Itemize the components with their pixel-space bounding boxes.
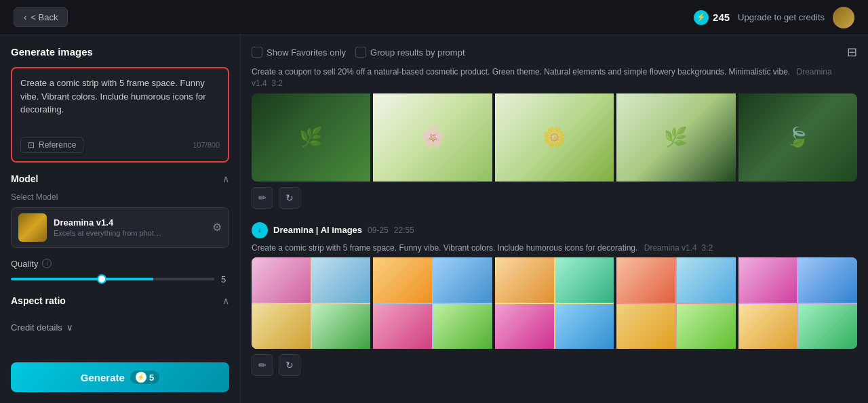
cosmetic-edit-button[interactable]: ✏ xyxy=(252,187,273,209)
comic-sub-5b xyxy=(798,257,857,303)
model-name: Dreamina v1.4 xyxy=(54,217,162,228)
comic-sub-2b xyxy=(433,257,492,303)
comic-sub-1b xyxy=(312,257,371,303)
comic-group-meta: Dreamina v1.4 3:2 xyxy=(644,243,713,253)
comic-sub-3d xyxy=(555,304,614,349)
model-section-header: Model ∧ xyxy=(11,173,229,184)
comic-sub-1a xyxy=(252,257,311,303)
toolbar-left: Show Favorites only Group results by pro… xyxy=(252,47,465,58)
comic-cell-2[interactable] xyxy=(373,257,492,349)
cosmetic-image-strip: 🌿 🌸 🌼 🌿 🍃 xyxy=(252,93,857,182)
model-settings-icon[interactable]: ⚙ xyxy=(212,221,222,234)
dreamina-session-date: 09-25 xyxy=(368,226,389,235)
char-count: 107/800 xyxy=(193,141,220,149)
cosmetic-image-2[interactable]: 🌸 xyxy=(373,93,492,182)
content-area: Show Favorites only Group results by pro… xyxy=(241,35,868,403)
prompt-footer: ⊡ Reference 107/800 xyxy=(20,137,220,153)
avatar[interactable] xyxy=(833,7,854,28)
avatar-image xyxy=(833,7,854,28)
comic-sub-1c xyxy=(252,304,311,349)
cosmetic-image-5[interactable]: 🍃 xyxy=(738,93,857,182)
quality-section: Quality i 5 xyxy=(11,259,229,284)
comic-sub-4b xyxy=(677,257,736,303)
prompt-box[interactable]: Create a comic strip with 5 frame space.… xyxy=(11,67,229,163)
comic-refresh-button[interactable]: ↻ xyxy=(279,354,300,376)
group-by-prompt-label: Group results by prompt xyxy=(370,47,465,58)
model-thumb-inner xyxy=(18,213,47,242)
cosmetic-image-group: Create a coupon to sell 20% off a natura… xyxy=(252,66,857,209)
credit-details-chevron-icon: ∨ xyxy=(66,322,73,333)
dreamina-session-header: ↓ Dreamina | AI images 09-25 22:55 xyxy=(252,222,857,238)
dreamina-session-icon: ↓ xyxy=(252,222,268,238)
comic-cell-1[interactable] xyxy=(252,257,370,349)
aspect-ratio-section: Aspect ratio ∧ xyxy=(11,295,229,314)
reference-label: Reference xyxy=(39,140,76,150)
model-section-title: Model xyxy=(11,173,38,184)
comic-cell-3[interactable] xyxy=(495,257,614,349)
quality-slider-container: 5 xyxy=(11,274,229,284)
aspect-ratio-title: Aspect ratio xyxy=(11,295,66,306)
comic-cell-5[interactable] xyxy=(738,257,857,349)
comic-edit-button[interactable]: ✏ xyxy=(252,354,273,376)
comic-sub-3b xyxy=(555,257,614,303)
dreamina-session-time: 22:55 xyxy=(394,226,414,235)
credits-icon: ⚡ xyxy=(694,10,709,25)
group-by-prompt-checkbox[interactable]: Group results by prompt xyxy=(355,47,465,58)
comic-sub-5a xyxy=(738,257,797,303)
comic-group-prompt: Create a comic strip with 5 frame space.… xyxy=(252,242,857,254)
comic-sub-4a xyxy=(616,257,675,303)
comic-image-grid xyxy=(252,257,857,349)
upgrade-button[interactable]: Upgrade to get credits xyxy=(738,12,825,22)
generate-cost-value: 5 xyxy=(149,373,154,383)
cosmetic-action-row: ✏ ↻ xyxy=(252,187,857,209)
comic-sub-1d xyxy=(312,304,371,349)
reference-icon: ⊡ xyxy=(28,140,35,150)
show-favorites-checkbox[interactable]: Show Favorites only xyxy=(252,47,346,58)
model-info: Dreamina v1.4 Excels at everything from … xyxy=(18,213,162,242)
quality-label: Quality i xyxy=(11,259,229,269)
model-thumbnail xyxy=(18,213,47,242)
credits-count: 245 xyxy=(713,12,730,23)
cosmetic-group-prompt: Create a coupon to sell 20% off a natura… xyxy=(252,66,857,89)
aspect-ratio-chevron-icon[interactable]: ∧ xyxy=(222,295,229,306)
cosmetic-refresh-button[interactable]: ↻ xyxy=(279,187,300,209)
back-label: < Back xyxy=(31,12,58,22)
cosmetic-image-4[interactable]: 🌿 xyxy=(616,93,735,182)
generate-cost-icon: ⚡ xyxy=(136,372,146,383)
group-by-prompt-check-box[interactable] xyxy=(355,47,366,58)
credits-badge: ⚡ 245 xyxy=(694,10,730,25)
show-favorites-label: Show Favorites only xyxy=(267,47,346,58)
comic-sub-4c xyxy=(616,304,675,349)
comic-cell-4[interactable] xyxy=(616,257,735,349)
back-button[interactable]: ‹ < Back xyxy=(14,7,68,27)
comic-sub-2a xyxy=(373,257,432,303)
quality-value: 5 xyxy=(221,274,229,284)
quality-slider[interactable] xyxy=(11,278,214,280)
content-toolbar: Show Favorites only Group results by pro… xyxy=(252,45,857,60)
comic-sub-5c xyxy=(738,304,797,349)
nav-right: ⚡ 245 Upgrade to get credits xyxy=(694,7,854,28)
model-chevron-icon[interactable]: ∧ xyxy=(222,173,229,184)
sidebar: Generate images Create a comic strip wit… xyxy=(0,35,241,403)
cosmetic-image-3[interactable]: 🌼 xyxy=(495,93,614,182)
prompt-text: Create a comic strip with 5 frame space.… xyxy=(20,77,220,116)
cosmetic-image-1[interactable]: 🌿 xyxy=(252,93,370,182)
credit-details-label: Credit details xyxy=(11,322,62,333)
quality-info-icon[interactable]: i xyxy=(42,259,52,268)
generate-button[interactable]: Generate ⚡ 5 xyxy=(11,362,229,392)
dreamina-session-name: Dreamina | AI images xyxy=(273,225,362,235)
show-favorites-check-box[interactable] xyxy=(252,47,262,58)
generate-label: Generate xyxy=(81,372,125,383)
topnav: ‹ < Back ⚡ 245 Upgrade to get credits xyxy=(0,0,868,35)
comic-sub-3a xyxy=(495,257,554,303)
model-card[interactable]: Dreamina v1.4 Excels at everything from … xyxy=(11,207,229,248)
comic-sub-4d xyxy=(677,304,736,349)
credit-details[interactable]: Credit details ∨ xyxy=(11,322,229,333)
comic-sub-3c xyxy=(495,304,554,349)
aspect-ratio-header: Aspect ratio ∧ xyxy=(11,295,229,306)
save-icon[interactable]: ⊟ xyxy=(847,45,857,60)
model-text: Dreamina v1.4 Excels at everything from … xyxy=(54,217,162,237)
back-icon: ‹ xyxy=(24,12,26,22)
reference-button[interactable]: ⊡ Reference xyxy=(20,137,83,153)
comic-sub-2d xyxy=(433,304,492,349)
